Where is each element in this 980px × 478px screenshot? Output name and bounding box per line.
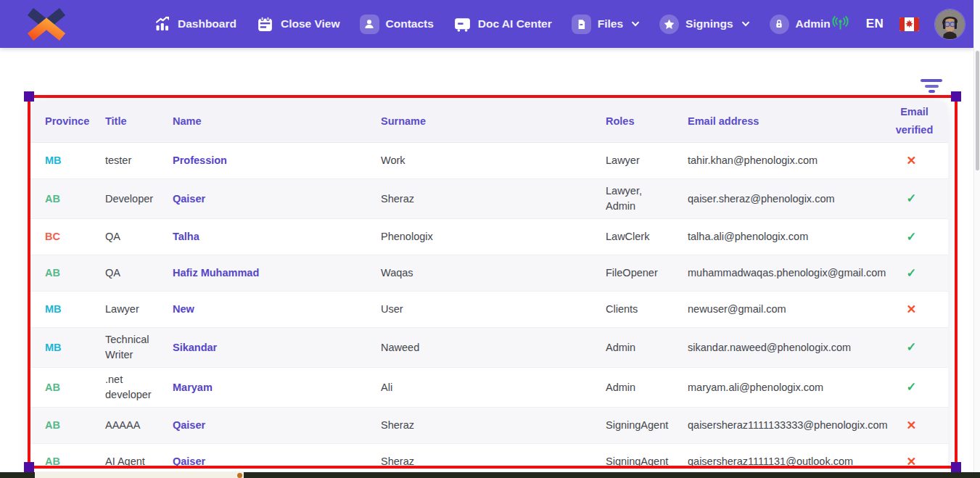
not-verified-cross-icon: ✕ xyxy=(892,449,948,471)
language-selector[interactable]: EN xyxy=(866,17,884,31)
nav-item-admin[interactable]: Admin xyxy=(770,15,831,34)
cell-province: BC xyxy=(29,225,105,249)
cell-surname: Ali xyxy=(381,376,606,400)
table-body: MBtesterProfessionWorkLawyertahir.khan@p… xyxy=(29,143,948,471)
users-table-card: ProvinceTitleNameSurnameRolesEmail addre… xyxy=(29,100,948,471)
cell-surname: Waqas xyxy=(381,261,606,285)
table-row: ABDeveloperQaiserSherazLawyer,Adminqaise… xyxy=(29,179,948,219)
cell-roles: LawClerk xyxy=(606,225,688,249)
cell-title: tester xyxy=(105,149,173,173)
brand-x-logo[interactable] xyxy=(25,7,68,41)
nav-item-files[interactable]: Files xyxy=(572,15,640,34)
user-name-link[interactable]: Profession xyxy=(173,149,381,173)
verified-check-icon: ✓ xyxy=(892,374,948,400)
scrollbar-thumb[interactable] xyxy=(976,51,979,170)
column-header-email-address: Email address xyxy=(688,112,892,131)
table-row: MBLawyerNewUserClientsnewuser@gmail.com✕ xyxy=(29,292,948,328)
nav-item-label: Contacts xyxy=(386,17,434,30)
not-verified-cross-icon: ✕ xyxy=(892,413,948,439)
nav-item-doc-ai-center[interactable]: Doc AI Center xyxy=(453,15,552,33)
cell-title: AAAAA xyxy=(105,413,173,437)
cell-email: tahir.khan@phenologix.com xyxy=(688,149,892,173)
filter-icon[interactable] xyxy=(919,79,944,95)
selection-handle xyxy=(951,91,961,102)
chevron-down-icon xyxy=(740,21,750,27)
table-row: ABAI AgentQaiserSherazSigningAgentqaiser… xyxy=(29,444,948,471)
user-name-link[interactable]: Qaiser xyxy=(173,187,381,211)
chevron-down-icon xyxy=(630,21,640,27)
nav-item-label: Files xyxy=(598,17,623,30)
cell-surname: Work xyxy=(381,149,606,173)
cell-email: muhammadwaqas.phenologix@gmail.com xyxy=(688,261,892,285)
column-header-email-verified: Email verified xyxy=(892,103,948,139)
cell-province: AB xyxy=(29,413,105,437)
taskbar-light-segment xyxy=(35,472,244,478)
cell-title: .net developer xyxy=(105,368,173,407)
nav-item-label: Close View xyxy=(281,17,340,30)
cell-province: AB xyxy=(29,261,105,285)
cell-title: AI Agent xyxy=(105,450,173,471)
nav-item-dashboard[interactable]: Dashboard xyxy=(154,15,236,33)
cell-roles: Lawyer,Admin xyxy=(606,179,688,218)
user-name-link[interactable]: New xyxy=(173,297,381,321)
user-name-link[interactable]: Maryam xyxy=(173,376,381,400)
column-header-province: Province xyxy=(29,112,105,131)
taskbar-orange-dot xyxy=(237,473,242,478)
cell-email: sikandar.naweed@phenologix.com xyxy=(688,336,892,360)
cell-email: maryam.ali@phenologix.com xyxy=(688,376,892,400)
verified-check-icon: ✓ xyxy=(892,260,948,287)
cell-surname: Sheraz xyxy=(381,450,606,471)
nav-item-contacts[interactable]: Contacts xyxy=(360,15,434,34)
canada-flag-icon xyxy=(899,17,919,31)
cell-surname: Sheraz xyxy=(381,413,606,437)
cell-roles: FileOpener xyxy=(606,261,688,285)
verified-check-icon: ✓ xyxy=(892,334,948,360)
file-icon xyxy=(572,15,591,34)
cell-surname: Sheraz xyxy=(381,187,606,211)
navbar-right-group: EN xyxy=(831,9,965,39)
user-name-link[interactable]: Hafiz Muhammad xyxy=(173,261,381,285)
cell-title: Lawyer xyxy=(105,297,173,321)
taskbar-strip xyxy=(0,472,980,478)
cell-title: Developer xyxy=(105,187,173,211)
cell-province: MB xyxy=(29,297,105,321)
nav-item-label: Signings xyxy=(685,17,733,30)
column-header-title: Title xyxy=(105,112,173,131)
cell-email: talha.ali@phenologix.com xyxy=(688,225,892,249)
main-nav: DashboardClose ViewContactsDoc AI Center… xyxy=(154,15,831,34)
column-header-name: Name xyxy=(173,112,381,131)
table-row: MBtesterProfessionWorkLawyertahir.khan@p… xyxy=(29,143,948,179)
nav-item-label: Doc AI Center xyxy=(478,17,552,30)
person-icon xyxy=(360,15,379,34)
user-name-link[interactable]: Qaiser xyxy=(173,413,381,437)
user-name-link[interactable]: Qaiser xyxy=(173,450,381,471)
broadcast-icon[interactable] xyxy=(831,14,850,35)
verified-check-icon: ✓ xyxy=(892,224,948,250)
column-header-roles: Roles xyxy=(606,112,688,131)
nav-item-signings[interactable]: Signings xyxy=(659,15,749,34)
monitor-icon xyxy=(453,15,472,33)
nav-item-close-view[interactable]: Close View xyxy=(256,15,340,33)
lock-icon xyxy=(770,15,789,34)
not-verified-cross-icon: ✕ xyxy=(892,148,948,174)
nav-item-label: Dashboard xyxy=(178,17,236,30)
column-header-surname: Surname xyxy=(381,112,606,131)
user-name-link[interactable]: Talha xyxy=(173,225,381,249)
cell-province: MB xyxy=(29,149,105,173)
table-row: AB.net developerMaryamAliAdminmaryam.ali… xyxy=(29,368,948,408)
user-avatar[interactable] xyxy=(935,9,965,39)
cell-roles: Clients xyxy=(606,297,688,321)
page-scrollbar[interactable] xyxy=(973,0,980,478)
cell-email: qaisersheraz1111133333@phenologix.com xyxy=(688,413,892,437)
cell-province: AB xyxy=(29,376,105,400)
table-row: BCQATalhaPhenologixLawClerktalha.ali@phe… xyxy=(29,219,948,255)
table-header: ProvinceTitleNameSurnameRolesEmail addre… xyxy=(29,100,948,143)
cell-email: newuser@gmail.com xyxy=(688,297,892,321)
cell-surname: Naweed xyxy=(381,336,606,360)
cell-province: AB xyxy=(29,450,105,471)
cell-roles: Admin xyxy=(606,336,688,360)
chart-icon xyxy=(154,15,171,33)
cell-title: Technical Writer xyxy=(105,328,173,367)
user-name-link[interactable]: Sikandar xyxy=(173,336,381,360)
cell-email: qaiser.sheraz@phenologix.com xyxy=(688,187,892,211)
